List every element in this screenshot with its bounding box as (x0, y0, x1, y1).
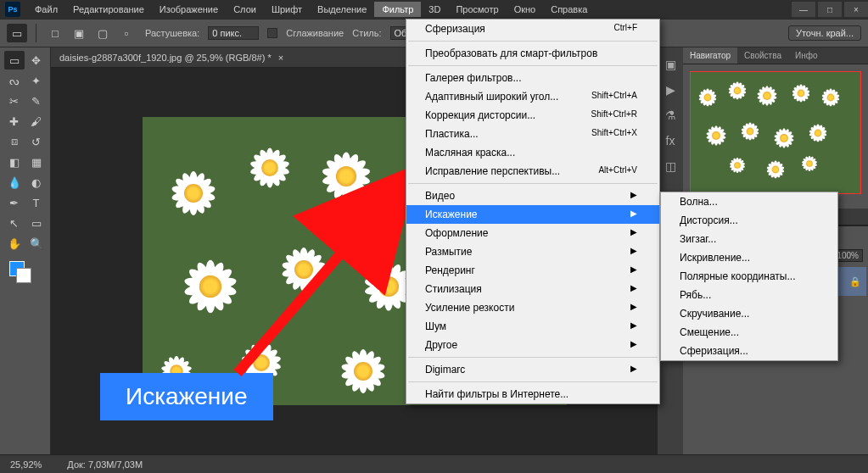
menuitem-усиление-резкости[interactable]: Усиление резкости▶ (406, 298, 659, 317)
style-label: Стиль: (352, 28, 381, 38)
app-logo: Ps (5, 2, 20, 17)
menuitem-преобразовать-для-смарт-фильтров[interactable]: Преобразовать для смарт-фильтров (406, 44, 659, 63)
dodge-tool[interactable]: ◐ (26, 173, 47, 192)
antialias-label: Сглаживание (286, 28, 344, 38)
menubar: ФайлРедактированиеИзображениеСлоиШрифтВы… (27, 2, 595, 17)
distort-submenu: Волна...Дисторсия...Зигзаг...Искривление… (660, 192, 838, 361)
menuitem-пластика-[interactable]: Пластика...Shift+Ctrl+X (406, 125, 659, 143)
menuitem-масляная-краска-[interactable]: Масляная краска... (406, 143, 659, 162)
type-tool[interactable]: T (26, 193, 47, 212)
eraser-tool[interactable]: ◧ (4, 153, 25, 171)
refine-edge-button[interactable]: Уточн. край... (788, 25, 861, 41)
zoom-status[interactable]: 25,92% (10, 459, 42, 470)
menu-шрифт[interactable]: Шрифт (264, 2, 310, 17)
window-controls: — □ × (789, 2, 868, 17)
wand-tool[interactable]: ✦ (26, 71, 47, 90)
minimize-button[interactable]: — (792, 2, 815, 17)
eyedropper-tool[interactable]: ✎ (26, 92, 47, 110)
menu-выделение[interactable]: Выделение (310, 2, 374, 17)
doc-size-status: Док: 7,03M/7,03M (67, 459, 143, 470)
blur-tool[interactable]: 💧 (4, 173, 25, 192)
submenuitem-смещение-[interactable]: Смещение... (661, 323, 837, 342)
styles-icon[interactable]: fx (662, 132, 679, 149)
annotation-callout: Искажение (100, 373, 273, 420)
menuitem-коррекция-дисторсии-[interactable]: Коррекция дисторсии...Shift+Ctrl+R (406, 106, 659, 125)
hand-tool[interactable]: ✋ (4, 234, 25, 253)
tab-navigator[interactable]: Навигатор (683, 47, 737, 64)
submenuitem-дисторсия-[interactable]: Дисторсия... (661, 211, 837, 230)
menuitem-шум[interactable]: Шум▶ (406, 317, 659, 336)
menu-редактирование[interactable]: Редактирование (65, 2, 152, 17)
marquee-tool[interactable]: ▭ (4, 51, 25, 70)
background-swatch[interactable] (16, 268, 31, 283)
crop-tool[interactable]: ✂ (4, 92, 25, 110)
menuitem-галерея-фильтров-[interactable]: Галерея фильтров... (406, 69, 659, 87)
menuitem-видео[interactable]: Видео▶ (406, 186, 659, 205)
lasso-tool[interactable]: ᔓ (4, 71, 25, 90)
submenuitem-волна-[interactable]: Волна... (661, 192, 837, 211)
menu-фильтр[interactable]: Фильтр (374, 2, 421, 17)
submenuitem-сферизация-[interactable]: Сферизация... (661, 342, 837, 360)
filter-menu-dropdown: СферизацияCtrl+FПреобразовать для смарт-… (406, 19, 660, 404)
menu-слои[interactable]: Слои (226, 2, 264, 17)
antialias-checkbox[interactable] (267, 28, 277, 38)
stamp-tool[interactable]: ⧈ (4, 132, 25, 151)
tab-properties[interactable]: Свойства (737, 47, 788, 64)
submenuitem-скручивание-[interactable]: Скручивание... (661, 304, 837, 323)
gradient-tool[interactable]: ▦ (26, 153, 47, 171)
brush-tool[interactable]: 🖌 (26, 112, 47, 131)
menu-справка[interactable]: Справка (543, 2, 595, 17)
menuitem-рендеринг[interactable]: Рендеринг▶ (406, 261, 659, 280)
zoom-tool[interactable]: 🔍 (26, 234, 47, 253)
history-icon[interactable]: ▣ (662, 56, 679, 73)
maximize-button[interactable]: □ (818, 2, 842, 17)
path-tool[interactable]: ↖ (4, 214, 25, 232)
adjustments-icon[interactable]: ⚗ (662, 107, 679, 124)
status-bar: 25,92% Док: 7,03M/7,03M (0, 454, 868, 473)
menu-просмотр[interactable]: Просмотр (448, 2, 506, 17)
menuitem-адаптивный-широкий-угол-[interactable]: Адаптивный широкий угол...Shift+Ctrl+A (406, 87, 659, 106)
pen-tool[interactable]: ✒ (4, 193, 25, 212)
menu-окно[interactable]: Окно (507, 2, 544, 17)
lock-icon: 🔒 (849, 276, 861, 287)
close-button[interactable]: × (844, 2, 868, 17)
menuitem-размытие[interactable]: Размытие▶ (406, 242, 659, 261)
actions-icon[interactable]: ▶ (662, 81, 679, 98)
submenuitem-зигзаг-[interactable]: Зигзаг... (661, 230, 837, 248)
feather-input[interactable]: 0 пикс. (208, 26, 259, 40)
selection-mode-icons[interactable]: □▣▢▫ (45, 24, 137, 42)
navigator-preview[interactable] (683, 64, 868, 209)
toolbox: ▭✥ ᔓ✦ ✂✎ ✚🖌 ⧈↺ ◧▦ 💧◐ ✒T ↖▭ ✋🔍 (0, 47, 51, 454)
submenuitem-искривление-[interactable]: Искривление... (661, 248, 837, 267)
menuitem-искажение[interactable]: Искажение▶ (406, 205, 659, 224)
history-brush[interactable]: ↺ (26, 132, 47, 151)
feather-label: Растушевка: (145, 28, 199, 38)
document-tab-label: daisies-g2887a300f_1920.jpg @ 25,9% (RGB… (59, 53, 272, 63)
marquee-tool-icon[interactable]: ▭ (7, 24, 27, 42)
menu-3d[interactable]: 3D (421, 2, 448, 17)
menuitem-исправление-перспективы-[interactable]: Исправление перспективы...Alt+Ctrl+V (406, 162, 659, 181)
menuitem-сферизация[interactable]: СферизацияCtrl+F (406, 19, 659, 38)
menu-файл[interactable]: Файл (27, 2, 65, 17)
menuitem-другое[interactable]: Другое▶ (406, 336, 659, 354)
menuitem-оформление[interactable]: Оформление▶ (406, 224, 659, 242)
menuitem-стилизация[interactable]: Стилизация▶ (406, 280, 659, 298)
healing-tool[interactable]: ✚ (4, 112, 25, 131)
menuitem-digimarc[interactable]: Digimarc▶ (406, 360, 659, 379)
tab-info[interactable]: Инфо (788, 47, 825, 64)
menuitem-найти-фильтры-в-интернете-[interactable]: Найти фильтры в Интернете... (406, 385, 659, 403)
menu-изображение[interactable]: Изображение (152, 2, 226, 17)
move-tool[interactable]: ✥ (26, 51, 47, 70)
3d-icon[interactable]: ◫ (662, 158, 679, 175)
shape-tool[interactable]: ▭ (26, 214, 47, 232)
titlebar: Ps ФайлРедактированиеИзображениеСлоиШриф… (0, 0, 868, 19)
close-tab-icon[interactable]: × (278, 53, 283, 63)
submenuitem-полярные-координаты-[interactable]: Полярные координаты... (661, 267, 837, 286)
submenuitem-рябь-[interactable]: Рябь... (661, 286, 837, 304)
navigator-panel-tabs: Навигатор Свойства Инфо (683, 47, 868, 64)
